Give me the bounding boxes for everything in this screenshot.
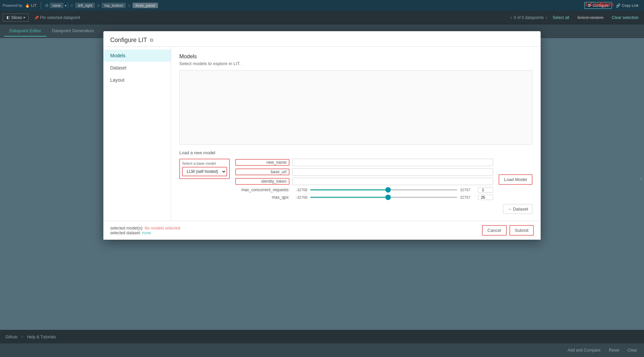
prev-datapoint-btn[interactable]: ‹: [510, 15, 512, 20]
dialog-title: Configure LIT: [110, 37, 147, 38]
clear-selection-button[interactable]: Clear selection: [609, 14, 641, 21]
select-all-button[interactable]: Select all: [550, 14, 572, 21]
second-bar: ◧ Slices ▾ 📌 Pin selected datapoint ‹ 0 …: [0, 11, 644, 24]
select-random-button[interactable]: Select random: [575, 14, 606, 21]
configure-btn[interactable]: ⚙ Configure: [584, 2, 612, 9]
copy-link-btn[interactable]: 🔗 Copy Link: [613, 3, 641, 8]
next-datapoint-btn[interactable]: ›: [546, 15, 547, 20]
link-icon: 🔗: [616, 3, 621, 8]
gear-icon: ⚙: [587, 3, 591, 8]
layout-none-btn[interactable]: none: [50, 3, 63, 8]
layout-top-bottom-btn[interactable]: top_bottom: [102, 3, 126, 8]
external-link-icon[interactable]: ⧉: [150, 37, 153, 38]
top-right-actions: ⚙ Configure 🔗 Copy Link: [584, 2, 641, 9]
powered-by-label: Powered by 🔥 LIT: [3, 3, 37, 8]
pin-icon: 📌: [34, 16, 39, 20]
datapoint-navigation: ‹ 0 of 0 datapoints ›: [510, 15, 547, 20]
divider2: [68, 3, 68, 8]
top-bar: Powered by 🔥 LIT ⊙ none ▾ ☰ left_right ⊞…: [0, 0, 644, 11]
slices-dropdown[interactable]: ◧ Slices ▾: [3, 14, 29, 22]
dialog-header: Configure LIT ⧉: [103, 31, 541, 38]
dialog-overlay: Configure LIT ⧉ Models Dataset Layout Mo…: [0, 24, 644, 38]
divider: [41, 2, 41, 9]
layout-three-panel-btn[interactable]: three_panel: [133, 3, 158, 8]
layout-icon: ⊙: [45, 3, 48, 8]
configure-dialog: Configure LIT ⧉ Models Dataset Layout Mo…: [103, 31, 541, 38]
layout-left-right-btn[interactable]: left_right: [75, 3, 95, 8]
layout-selector: ⊙ none ▾ ☰ left_right ⊞ top_bottom ⊟ thr…: [45, 3, 158, 8]
slices-icon: ◧: [6, 15, 10, 20]
pin-button[interactable]: 📌 Pin selected datapoint: [32, 14, 83, 21]
chevron-down-icon: ▾: [23, 16, 25, 19]
datapoint-count: 0 of 0 datapoints: [514, 15, 544, 20]
